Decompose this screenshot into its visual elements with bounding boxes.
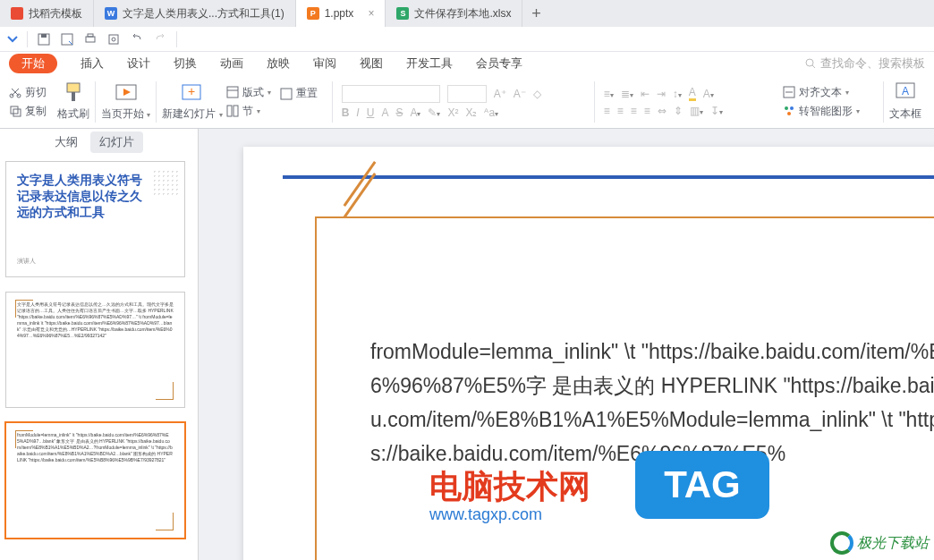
svg-rect-20: [234, 106, 238, 116]
new-tab-button[interactable]: +: [522, 4, 549, 23]
tab-doc-w[interactable]: W 文字是人类用表义...方式和工具(1): [94, 0, 296, 27]
save-as-icon[interactable]: [60, 32, 74, 47]
print-preview-icon[interactable]: [106, 32, 121, 47]
bullets-button[interactable]: ≡▾: [604, 88, 614, 100]
svg-rect-13: [72, 92, 75, 101]
svg-text:+: +: [188, 84, 195, 98]
align-justify-button[interactable]: ≡: [644, 105, 650, 117]
text-highlight-icon[interactable]: A: [689, 86, 696, 101]
bold-button[interactable]: B: [342, 106, 350, 119]
watermark-site: 电脑技术网 www.tagxp.com: [429, 465, 590, 524]
distribute-h-button[interactable]: ⇔: [658, 105, 667, 117]
tab-label: 找稻壳模板: [29, 6, 82, 21]
svg-rect-11: [13, 109, 21, 116]
tab-xlsx[interactable]: S 文件保存到本地.xlsx: [386, 0, 522, 27]
svg-rect-12: [67, 83, 80, 92]
format-painter-button[interactable]: 格式刷: [57, 81, 89, 122]
menu-vip[interactable]: 会员专享: [476, 55, 522, 72]
superscript-button[interactable]: X²: [447, 106, 458, 119]
print-icon[interactable]: [83, 32, 98, 47]
highlight-button[interactable]: ✎▾: [428, 106, 440, 119]
svg-rect-17: [227, 87, 238, 98]
indent-dec-button[interactable]: ⇤: [641, 88, 650, 100]
close-icon[interactable]: ×: [368, 7, 374, 20]
search-icon: [804, 57, 817, 70]
align-right-button[interactable]: ≡: [631, 105, 637, 117]
new-slide-button[interactable]: + 新建幻灯片 ▾: [162, 81, 222, 122]
menu-transition[interactable]: 切换: [174, 55, 197, 72]
columns-button[interactable]: ▥▾: [690, 105, 703, 117]
tab-label: 文字是人类用表义...方式和工具(1): [123, 6, 284, 21]
menu-view[interactable]: 视图: [360, 55, 383, 72]
watermark-tag: TAG: [635, 451, 769, 519]
outline-tab[interactable]: 大纲: [55, 134, 78, 150]
layout-button[interactable]: 版式▾: [226, 85, 271, 100]
decrease-font-icon[interactable]: A⁻: [514, 88, 526, 100]
svg-rect-5: [109, 35, 118, 44]
align-text-button[interactable]: 对齐文本▾: [783, 85, 849, 100]
distribute-v-button[interactable]: ⇕: [674, 105, 683, 117]
search-placeholder: 查找命令、搜索模板: [820, 55, 925, 72]
svg-point-6: [112, 38, 115, 41]
ppt-icon: P: [307, 7, 319, 20]
menu-slideshow[interactable]: 放映: [267, 55, 290, 72]
svg-point-25: [790, 106, 794, 110]
redo-icon[interactable]: [153, 32, 167, 47]
tab-label: 1.pptx: [325, 7, 354, 20]
font-family-select[interactable]: [342, 85, 440, 103]
menu-insert[interactable]: 插入: [81, 55, 104, 72]
excel-icon: S: [396, 7, 409, 20]
save-icon[interactable]: [37, 32, 51, 47]
linespace-button[interactable]: ↕▾: [673, 88, 682, 100]
diagonal-decoration: [333, 182, 386, 206]
decoration-dots: [152, 169, 179, 196]
svg-rect-4: [88, 34, 93, 37]
italic-button[interactable]: I: [356, 106, 359, 119]
font-shadow-button[interactable]: A: [381, 106, 388, 119]
menu-design[interactable]: 设计: [127, 55, 150, 72]
slides-tab[interactable]: 幻灯片: [90, 132, 143, 153]
clear-format-icon[interactable]: ◇: [533, 88, 541, 100]
slide-frame: fromModule=lemma_inlink" \t "https://bai…: [315, 216, 934, 560]
font-color-button[interactable]: A▾: [410, 106, 420, 119]
slide-thumb-1[interactable]: 文字是人类用表义符号 记录表达信息以传之久 远的方式和工具 演讲人: [5, 161, 185, 277]
align-center-button[interactable]: ≡: [617, 105, 624, 117]
indent-inc-button[interactable]: ⇥: [657, 88, 666, 100]
menu-animation[interactable]: 动画: [220, 55, 243, 72]
section-button[interactable]: 节▾: [226, 104, 260, 119]
svg-rect-10: [11, 106, 18, 114]
start-from-page-button[interactable]: 当页开始 ▾: [101, 81, 150, 122]
subscript-button[interactable]: X₂: [465, 106, 477, 119]
change-case-button[interactable]: ᴬa▾: [484, 106, 498, 119]
smartart-button[interactable]: 转智能图形▾: [783, 104, 860, 119]
tab-pptx[interactable]: P 1.pptx ×: [296, 0, 386, 27]
menu-review[interactable]: 审阅: [313, 55, 336, 72]
slide-thumb-2[interactable]: 文字是人类用表义符号记录表达信息以传之…久远的方式和工具。现代文字多是记录语言的…: [5, 292, 185, 408]
chevron-down-icon[interactable]: [7, 34, 18, 45]
menu-dev[interactable]: 开发工具: [406, 55, 453, 72]
numbering-button[interactable]: ≣▾: [621, 88, 633, 100]
text-color-icon[interactable]: A▾: [703, 88, 714, 100]
reset-button[interactable]: 重置: [280, 86, 318, 101]
strike-button[interactable]: S: [395, 106, 403, 119]
align-left-button[interactable]: ≡: [604, 105, 610, 117]
copy-button[interactable]: 复制: [9, 104, 47, 119]
slide-header-bar: [283, 175, 934, 179]
cut-button[interactable]: 剪切: [9, 85, 47, 100]
tab-templates[interactable]: 找稻壳模板: [0, 0, 94, 27]
textbox-button[interactable]: A 文本框: [889, 81, 921, 122]
increase-font-icon[interactable]: A⁺: [494, 88, 506, 100]
font-size-select[interactable]: [447, 85, 487, 103]
search-box[interactable]: 查找命令、搜索模板: [804, 55, 925, 72]
underline-button[interactable]: U: [367, 106, 375, 119]
svg-point-7: [806, 59, 813, 66]
text-direction-button[interactable]: ↧▾: [710, 105, 723, 117]
slide-thumb-3[interactable]: fromModule=lemma_inlink" \t "https://bai…: [5, 422, 185, 539]
svg-text:A: A: [902, 85, 909, 98]
svg-rect-19: [227, 106, 232, 116]
svg-rect-3: [86, 37, 95, 42]
tab-label: 文件保存到本地.xlsx: [414, 6, 511, 21]
menu-start[interactable]: 开始: [9, 54, 57, 73]
undo-icon[interactable]: [130, 32, 144, 47]
sparkle-icon: [11, 7, 23, 20]
